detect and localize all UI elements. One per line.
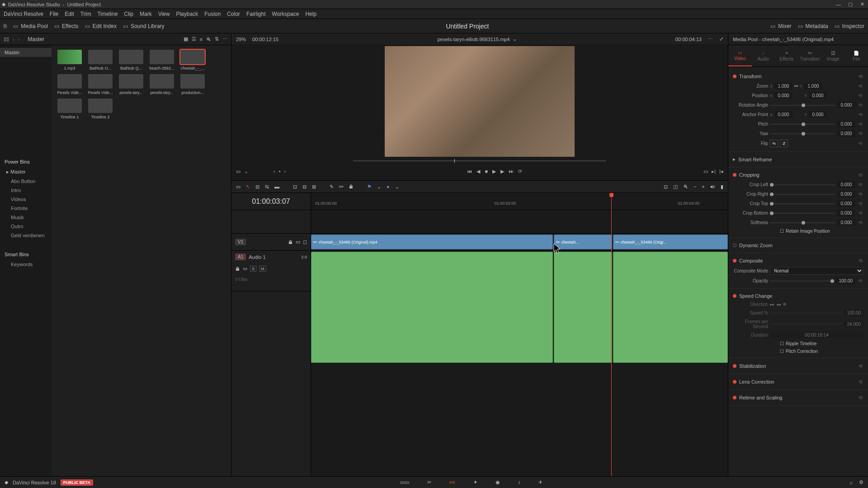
media-item[interactable]: 1.mp3: [56, 50, 83, 70]
zoom-y-input[interactable]: 1.000: [804, 83, 822, 89]
anchor-y-input[interactable]: 0.000: [809, 111, 827, 118]
opacity-input[interactable]: 100.00: [836, 277, 855, 284]
marker-dropdown-icon[interactable]: ⌄: [395, 184, 399, 190]
menu-fairlight[interactable]: Fairlight: [246, 11, 266, 17]
inspector-button[interactable]: ▭Inspector: [835, 23, 864, 29]
power-bin-item[interactable]: Fortnite: [0, 204, 52, 213]
edit-page-button[interactable]: ≡≡: [449, 479, 455, 485]
transform-enable-dot[interactable]: [733, 75, 736, 78]
strip-view-icon[interactable]: ☰: [192, 36, 196, 42]
cropping-enable-dot[interactable]: [733, 173, 736, 177]
fairlight-page-button[interactable]: ♪: [518, 479, 521, 485]
viewer-options-icon[interactable]: ⋯: [708, 36, 713, 42]
pos-x-input[interactable]: 0.000: [774, 92, 793, 99]
zoom-x-input[interactable]: 1.000: [774, 83, 793, 89]
power-bin-item[interactable]: Abo Button: [0, 177, 52, 186]
reset-icon[interactable]: ⟲: [857, 278, 863, 284]
mixer-button[interactable]: ▭Mixer: [770, 23, 791, 29]
pitch-checkbox[interactable]: ☐: [780, 349, 784, 354]
zoom-fit-icon[interactable]: ⊡: [664, 184, 668, 190]
speed-section-head[interactable]: Speed Change: [733, 291, 863, 300]
settings-icon[interactable]: ⚙: [859, 479, 863, 485]
menu-clip[interactable]: Clip: [124, 11, 133, 17]
crop-left-input[interactable]: 0.000: [837, 181, 855, 188]
playhead[interactable]: [611, 193, 612, 476]
audio-clip[interactable]: [554, 252, 612, 363]
flip-h-icon[interactable]: ⇋: [770, 140, 778, 147]
softness-input[interactable]: 0.000: [837, 219, 855, 226]
reset-icon[interactable]: ⟲: [857, 220, 863, 226]
flip-v-icon[interactable]: ⇵: [780, 140, 788, 147]
stabilization-enable-dot[interactable]: [733, 364, 736, 368]
media-item[interactable]: Pexels Vide...: [56, 74, 83, 95]
media-item[interactable]: Bathtub Q...: [118, 50, 145, 70]
cropping-section-head[interactable]: Cropping⟲: [733, 170, 863, 180]
v1-enable-icon[interactable]: ◻: [303, 239, 307, 245]
media-item[interactable]: Bathtub O...: [87, 50, 114, 70]
flag-icon[interactable]: ⚑: [367, 184, 372, 190]
reset-icon[interactable]: ⟲: [857, 131, 863, 137]
rotation-input[interactable]: 0.000: [837, 102, 855, 108]
video-track-header[interactable]: V1 🔒︎ ▭ ◻: [231, 234, 311, 251]
color-page-button[interactable]: ◉: [495, 479, 500, 485]
zoom-in-icon[interactable]: +: [702, 184, 705, 189]
timeline-timecode[interactable]: 01:00:03:07: [231, 193, 311, 210]
timeline-ruler[interactable]: 01:00:00:0001:00:02:0001:00:04:00: [311, 193, 728, 210]
v1-auto-select-icon[interactable]: ▭: [296, 239, 300, 245]
menu-view[interactable]: View: [158, 11, 170, 17]
metadata-button[interactable]: ▭Metadata: [798, 23, 828, 29]
effects-button[interactable]: ▭Effects: [54, 23, 78, 29]
viewer-monitor[interactable]: [385, 46, 575, 157]
reset-icon[interactable]: ⟲: [857, 201, 863, 207]
media-page-button[interactable]: ▭▭: [400, 479, 409, 485]
play-icon[interactable]: ▶: [492, 169, 496, 174]
nav-back-icon[interactable]: ‹: [13, 37, 14, 42]
reset-icon[interactable]: ⟲: [857, 191, 863, 197]
direction-freeze-icon[interactable]: ❄: [783, 302, 786, 307]
lock-icon[interactable]: 🔒︎: [349, 184, 354, 189]
rotation-slider[interactable]: [770, 105, 835, 106]
retime-enable-dot[interactable]: [733, 396, 736, 399]
yaw-slider[interactable]: [770, 133, 835, 134]
bin-view-icon[interactable]: ▯▯: [4, 36, 9, 42]
ripple-overwrite-icon[interactable]: |◂: [719, 169, 723, 174]
insert-append-icon[interactable]: ▸|: [712, 169, 716, 174]
close-button[interactable]: ✕: [858, 1, 866, 8]
dynamic-zoom-head[interactable]: Dynamic Zoom: [733, 241, 863, 250]
stabilization-head[interactable]: Stabilization⟲: [733, 361, 863, 371]
audio-clip[interactable]: [311, 252, 553, 363]
last-frame-icon[interactable]: ⏭: [509, 169, 514, 174]
snap-icon[interactable]: ✎: [330, 184, 334, 190]
menu-workspace[interactable]: Workspace: [272, 11, 299, 17]
link-zoom-icon[interactable]: ⚯: [794, 84, 798, 89]
zoom-custom-icon[interactable]: 🔍︎: [683, 184, 688, 189]
search-icon[interactable]: 🔍︎: [206, 37, 211, 42]
blade-tool-icon[interactable]: ▬: [274, 184, 279, 189]
reset-icon[interactable]: ⟲: [857, 258, 863, 264]
menu-davinci-resolve[interactable]: DaVinci Resolve: [4, 11, 43, 17]
home-icon[interactable]: ⌂: [849, 479, 853, 485]
zoom-out-icon[interactable]: −: [693, 184, 696, 189]
options-icon[interactable]: ⋯: [222, 36, 227, 42]
crop-top-input[interactable]: 0.000: [837, 200, 855, 207]
audio-clip[interactable]: [613, 252, 728, 363]
audio-icon[interactable]: 🔊︎: [710, 184, 715, 189]
media-item[interactable]: beach-2562...: [148, 50, 175, 70]
power-bin-item[interactable]: Videos: [0, 195, 52, 204]
smart-bin-item[interactable]: Keywords: [0, 260, 52, 269]
prev-edit-icon[interactable]: ‹: [274, 169, 275, 174]
video-track[interactable]: ⚯cheetah_-_53486 (Original).mp4⚯cheetah.…: [311, 234, 728, 251]
menu-fusion[interactable]: Fusion: [204, 11, 221, 17]
menu-timeline[interactable]: Timeline: [97, 11, 118, 17]
retain-checkbox[interactable]: ☐: [780, 229, 784, 234]
media-item[interactable]: Pexels Vide...: [87, 74, 114, 95]
anchor-x-input[interactable]: 0.000: [774, 111, 793, 118]
composite-section-head[interactable]: Composite⟲: [733, 256, 863, 266]
thumbnail-view-icon[interactable]: ▦: [184, 36, 188, 42]
deliver-page-button[interactable]: ✈: [538, 479, 542, 485]
transform-section-head[interactable]: Transform ⟲: [733, 71, 863, 81]
meter-icon[interactable]: ▮: [721, 184, 723, 190]
yaw-input[interactable]: 0.000: [837, 130, 855, 137]
dynamic-zoom-enable-dot[interactable]: [733, 244, 736, 247]
dynamic-trim-icon[interactable]: ⇆: [265, 184, 269, 190]
